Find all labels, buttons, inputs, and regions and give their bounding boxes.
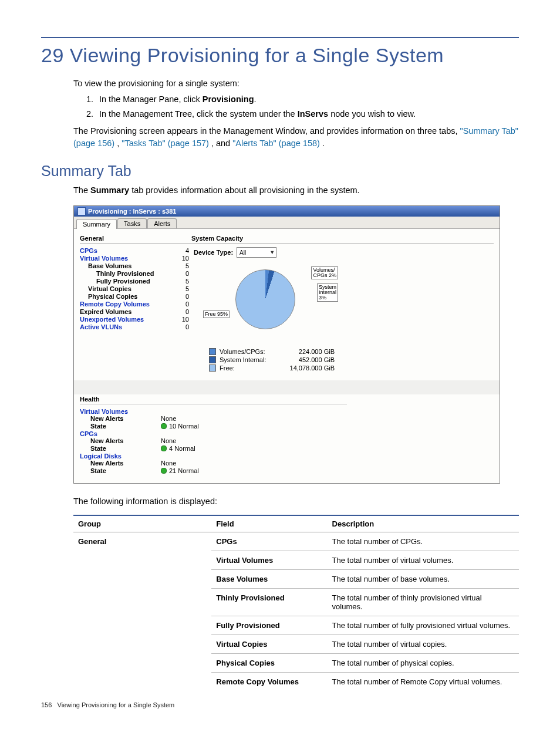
general-label[interactable]: Unexported Volumes <box>80 316 144 323</box>
callout-volumes: Volumes/ CPGs 2% <box>311 266 338 279</box>
pie-icon <box>235 269 295 329</box>
device-type-select[interactable]: All ▼ <box>237 247 276 258</box>
health-value-text: 10 Normal <box>169 423 199 430</box>
section-para-bold: Summary <box>90 185 129 195</box>
general-row: Virtual Volumes10 <box>80 255 191 262</box>
status-dot-icon <box>161 468 167 474</box>
section-para-pre: The <box>73 185 90 195</box>
health-group-title[interactable]: CPGs <box>80 430 347 437</box>
tab-tasks[interactable]: Tasks <box>117 218 147 228</box>
cell-desc: The total number of physical copies. <box>328 654 519 673</box>
cell-desc: The total number of base volumes. <box>328 570 519 589</box>
general-value: 10 <box>176 255 189 262</box>
screenshot-panel: Provisioning : InServs : s381 Summary Ta… <box>73 205 500 484</box>
general-row: Physical Copies0 <box>80 293 191 301</box>
table-row: Physical CopiesThe total number of physi… <box>73 654 519 673</box>
general-value: 0 <box>176 323 189 330</box>
general-value: 0 <box>176 301 189 308</box>
table-row: Thinly ProvisionedThe total number of th… <box>73 589 519 616</box>
cell-field: Base Volumes <box>211 570 327 589</box>
tab-row: Summary Tasks Alerts <box>74 217 500 229</box>
health-label: New Alerts <box>80 437 161 444</box>
general-value: 4 <box>176 247 189 254</box>
health-label: New Alerts <box>80 415 161 422</box>
para-pre: The Provisioning screen appears in the M… <box>73 126 460 136</box>
table-row: GeneralCPGsThe total number of CPGs. <box>73 532 519 551</box>
link-alerts-tab[interactable]: "Alerts Tab" (page 158) <box>232 139 320 148</box>
health-row: New AlertsNone <box>80 415 347 423</box>
legend-value: 452.000 GiB <box>282 356 335 363</box>
general-value: 0 <box>176 270 189 277</box>
status-dot-icon <box>161 423 167 429</box>
cell-desc: The total number of Remote Copy virtual … <box>328 673 519 691</box>
health-value: None <box>161 460 208 467</box>
general-row: Active VLUNs0 <box>80 323 191 331</box>
health-label: State <box>80 445 161 452</box>
general-row: Remote Copy Volumes0 <box>80 301 191 308</box>
window-titlebar: Provisioning : InServs : s381 <box>74 206 500 217</box>
table-row: Base VolumesThe total number of base vol… <box>73 570 519 589</box>
link-tasks-tab[interactable]: "Tasks Tab" (page 157) <box>122 139 209 148</box>
top-rule <box>41 37 519 38</box>
general-value: 0 <box>176 308 189 315</box>
capacity-pie-chart: Volumes/ CPGs 2% System Internal 3% Free… <box>203 264 338 343</box>
cell-group: General <box>73 532 211 551</box>
general-label[interactable]: CPGs <box>80 247 97 254</box>
chapter-title: 29 Viewing Provisioning for a Single Sys… <box>41 44 519 67</box>
health-value: 21 Normal <box>161 467 208 474</box>
step-1: In the Manager Pane, click Provisioning. <box>96 93 519 106</box>
cell-desc: The total number of fully provisioned vi… <box>328 616 519 635</box>
capacity-header: System Capacity <box>191 234 494 244</box>
general-label[interactable]: Virtual Volumes <box>80 255 128 262</box>
general-label[interactable]: Remote Copy Volumes <box>80 301 150 308</box>
cell-field: Remote Copy Volumes <box>211 673 327 691</box>
general-row: Base Volumes5 <box>80 262 191 270</box>
general-label[interactable]: Active VLUNs <box>80 323 122 330</box>
health-label: New Alerts <box>80 460 161 467</box>
cell-group <box>73 635 211 654</box>
para-post: . <box>320 139 325 148</box>
legend-swatch-icon <box>209 356 216 363</box>
legend-label: System Internal: <box>220 356 278 363</box>
tab-alerts[interactable]: Alerts <box>147 218 177 228</box>
step-2-pre: In the Management Tree, click the system… <box>99 109 298 119</box>
general-label: Fully Provisioned <box>80 278 150 285</box>
health-row: New AlertsNone <box>80 460 347 467</box>
health-group-title[interactable]: Logical Disks <box>80 453 347 460</box>
para-tabs: The Provisioning screen appears in the M… <box>73 125 519 150</box>
legend-value: 14,078.000 GiB <box>282 364 335 372</box>
intro-lead: To view the provisioning for a single sy… <box>73 77 519 90</box>
callout-system: System Internal 3% <box>317 283 338 302</box>
general-row: Virtual Copies5 <box>80 285 191 293</box>
general-row: Expired Volumes0 <box>80 308 191 316</box>
health-value: 10 Normal <box>161 423 208 430</box>
cell-field: Fully Provisioned <box>211 616 327 635</box>
cell-group <box>73 570 211 589</box>
callout-free: Free 95% <box>203 310 230 318</box>
health-row: State10 Normal <box>80 423 347 430</box>
cell-field: Thinly Provisioned <box>211 589 327 616</box>
page-number: 156 <box>41 701 52 708</box>
legend-swatch-icon <box>209 348 216 355</box>
health-row: State4 Normal <box>80 445 347 453</box>
health-label: State <box>80 423 161 430</box>
cell-group <box>73 654 211 673</box>
legend-row: System Internal:452.000 GiB <box>209 356 494 364</box>
general-row: CPGs4 <box>80 247 191 255</box>
table-row: Virtual VolumesThe total number of virtu… <box>73 551 519 570</box>
sep1: , <box>114 139 122 148</box>
table-row: Fully ProvisionedThe total number of ful… <box>73 616 519 635</box>
general-row: Unexported Volumes10 <box>80 316 191 323</box>
section-para: The Summary tab provides information abo… <box>73 184 519 197</box>
th-group: Group <box>73 515 211 532</box>
health-value: None <box>161 437 208 444</box>
health-label: State <box>80 467 161 474</box>
tab-summary[interactable]: Summary <box>76 219 117 229</box>
cell-desc: The total number of CPGs. <box>328 532 519 551</box>
health-value-text: None <box>161 460 176 467</box>
health-group-title[interactable]: Virtual Volumes <box>80 408 347 415</box>
sep2: , and <box>209 139 232 148</box>
general-label: Physical Copies <box>80 293 137 300</box>
general-value: 5 <box>176 262 189 269</box>
cell-group <box>73 551 211 570</box>
